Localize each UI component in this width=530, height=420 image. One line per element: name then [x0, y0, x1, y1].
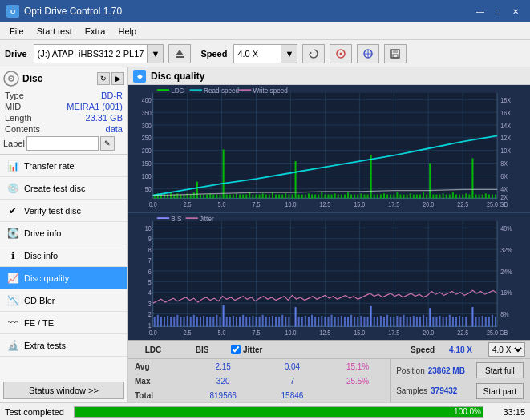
svg-text:2: 2 [148, 310, 152, 318]
svg-rect-247 [216, 314, 217, 326]
right-stats: Position 23862 MB Samples 379432 [390, 359, 470, 402]
samples-label: Samples [396, 386, 427, 395]
svg-rect-254 [239, 317, 241, 326]
svg-rect-88 [212, 195, 214, 199]
status-text: Test completed [5, 407, 64, 417]
menu-file[interactable]: File [3, 25, 30, 38]
refresh-button[interactable] [302, 44, 325, 63]
svg-rect-311 [429, 308, 431, 326]
create-test-icon: 💿 [6, 182, 19, 195]
speed-label-stats: Speed [411, 345, 435, 354]
svg-rect-90 [219, 195, 220, 199]
start-part-button[interactable]: Start part [476, 383, 524, 399]
menu-help[interactable]: Help [111, 25, 143, 38]
svg-text:350: 350 [142, 109, 152, 117]
svg-rect-105 [269, 195, 270, 199]
svg-rect-108 [278, 195, 280, 199]
menu-bar: File Start test Extra Help [0, 22, 530, 40]
svg-rect-153 [426, 195, 427, 199]
svg-rect-268 [285, 317, 286, 326]
svg-rect-128 [344, 195, 346, 199]
svg-text:6: 6 [148, 268, 152, 276]
drive-dropdown-arrow[interactable]: ▼ [148, 44, 164, 63]
toolbar: Drive (J:) ATAPI iHBS312 2 PL17 ▼ Speed … [0, 40, 530, 67]
label-edit-btn[interactable]: ✎ [100, 136, 115, 151]
svg-rect-270 [295, 307, 297, 326]
nav-item-disc-quality[interactable]: 📈 Disc quality [0, 267, 127, 289]
total-ldc: 819566 [186, 388, 259, 402]
disc-section: Disc ↻ ▶ Type BD-R MID MEIRA1 (001) Leng… [0, 67, 127, 155]
svg-text:4: 4 [148, 289, 152, 297]
svg-rect-131 [354, 195, 355, 199]
svg-rect-135 [367, 195, 369, 199]
svg-rect-300 [393, 317, 394, 326]
svg-rect-319 [455, 317, 457, 326]
svg-text:Read speed: Read speed [204, 86, 239, 95]
svg-text:18X: 18X [500, 96, 511, 104]
svg-rect-237 [184, 317, 185, 326]
svg-rect-284 [341, 316, 342, 326]
svg-rect-109 [281, 195, 283, 199]
eject-button[interactable] [168, 44, 191, 63]
nav-item-disc-info[interactable]: ℹ Disc info [0, 244, 127, 267]
nav-item-create-test-disc[interactable]: 💿 Create test disc [0, 177, 127, 200]
max-label: Max [128, 374, 186, 388]
disc-refresh-btn[interactable]: ↻ [97, 72, 110, 85]
svg-rect-266 [278, 317, 280, 326]
svg-point-13 [10, 78, 12, 79]
svg-rect-271 [298, 317, 300, 326]
svg-rect-276 [314, 317, 316, 326]
svg-rect-106 [272, 192, 273, 198]
svg-rect-110 [285, 193, 286, 198]
total-label: Total [128, 388, 186, 402]
svg-rect-127 [341, 195, 342, 199]
nav-item-verify-test-disc[interactable]: ✔ Verify test disc [0, 200, 127, 222]
svg-rect-235 [176, 314, 178, 326]
menu-extra[interactable]: Extra [79, 25, 112, 38]
svg-rect-83 [196, 182, 198, 199]
svg-text:16%: 16% [500, 289, 512, 297]
svg-rect-238 [187, 316, 188, 326]
close-button[interactable]: ✕ [508, 4, 524, 18]
speed-dropdown-arrow[interactable]: ▼ [281, 44, 297, 63]
speed-dropdown-stats[interactable]: 4.0 X [488, 342, 525, 357]
jitter-checkbox[interactable] [231, 345, 241, 354]
menu-start-test[interactable]: Start test [30, 25, 79, 38]
time-display: 33:15 [493, 407, 525, 417]
window-controls: — □ ✕ [472, 4, 524, 18]
maximize-button[interactable]: □ [490, 4, 506, 18]
transfer-rate-icon: 📊 [6, 160, 19, 172]
avg-label: Avg [128, 359, 186, 374]
svg-rect-312 [432, 317, 434, 326]
col-bis: BIS [186, 345, 218, 354]
svg-text:10X: 10X [500, 147, 511, 155]
speed-selector[interactable]: 4.0 X [233, 44, 281, 63]
label-input[interactable] [26, 136, 99, 151]
svg-rect-164 [462, 195, 463, 199]
svg-rect-96 [239, 195, 241, 199]
svg-rect-286 [347, 317, 349, 326]
svg-rect-309 [423, 314, 424, 326]
nav-item-cd-bler[interactable]: 📉 CD Bler [0, 289, 127, 312]
nav-item-drive-info[interactable]: 💽 Drive info [0, 222, 127, 244]
status-window-btn[interactable]: Status window >> [3, 382, 124, 399]
save-button[interactable] [384, 44, 407, 63]
disc-icon-button[interactable] [330, 44, 352, 63]
drive-selector[interactable]: (J:) ATAPI iHBS312 2 PL17 [34, 44, 148, 63]
nav-item-fe-te[interactable]: 〰 FE / TE [0, 312, 127, 334]
svg-rect-143 [393, 195, 394, 199]
nav-item-transfer-rate[interactable]: 📊 Transfer rate [0, 155, 127, 177]
svg-rect-157 [439, 195, 441, 199]
svg-rect-278 [321, 316, 322, 326]
settings-button[interactable] [357, 44, 379, 63]
disc-section-icon [3, 71, 19, 87]
svg-rect-123 [327, 195, 329, 199]
svg-text:Write speed: Write speed [253, 86, 287, 95]
svg-rect-154 [429, 164, 431, 199]
total-bis: 15846 [260, 388, 325, 402]
svg-rect-159 [446, 195, 447, 199]
nav-item-extra-tests[interactable]: 🔬 Extra tests [0, 334, 127, 357]
disc-open-btn[interactable]: ▶ [111, 72, 124, 85]
start-full-button[interactable]: Start full [476, 362, 524, 378]
minimize-button[interactable]: — [472, 4, 488, 18]
